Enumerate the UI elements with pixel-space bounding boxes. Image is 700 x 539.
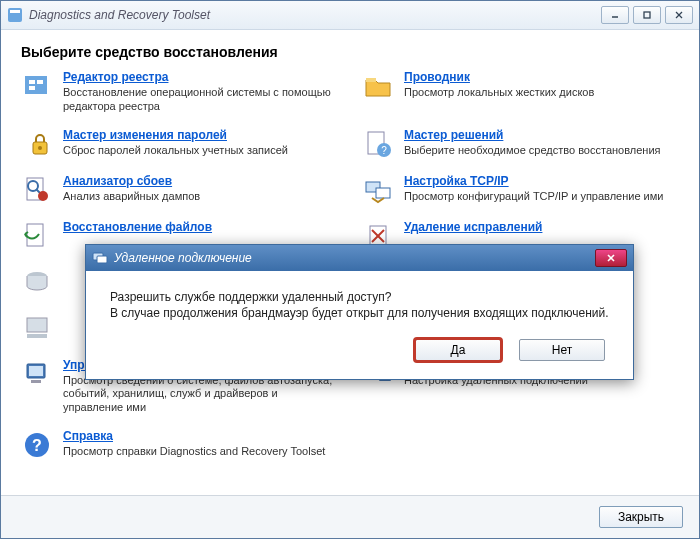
main-window: Diagnostics and Recovery Toolset Выберит… [0,0,700,539]
remote-icon [92,250,108,266]
dialog-yes-button[interactable]: Да [415,339,501,361]
dialog-body: Разрешить службе поддержки удаленный дос… [86,271,633,329]
remote-connection-dialog: Удаленное подключение Разрешить службе п… [85,244,634,380]
dialog-text-line1: Разрешить службе поддержки удаленный дос… [110,289,609,305]
dialog-close-button[interactable] [595,249,627,267]
dialog-titlebar: Удаленное подключение [86,245,633,271]
dialog-title: Удаленное подключение [114,251,595,265]
dialog-no-button[interactable]: Нет [519,339,605,361]
modal-overlay: Удаленное подключение Разрешить службе п… [1,1,699,538]
dialog-buttons: Да Нет [86,329,633,379]
svg-rect-39 [97,256,107,263]
dialog-text-line2: В случае продолжения брандмауэр будет от… [110,305,609,321]
